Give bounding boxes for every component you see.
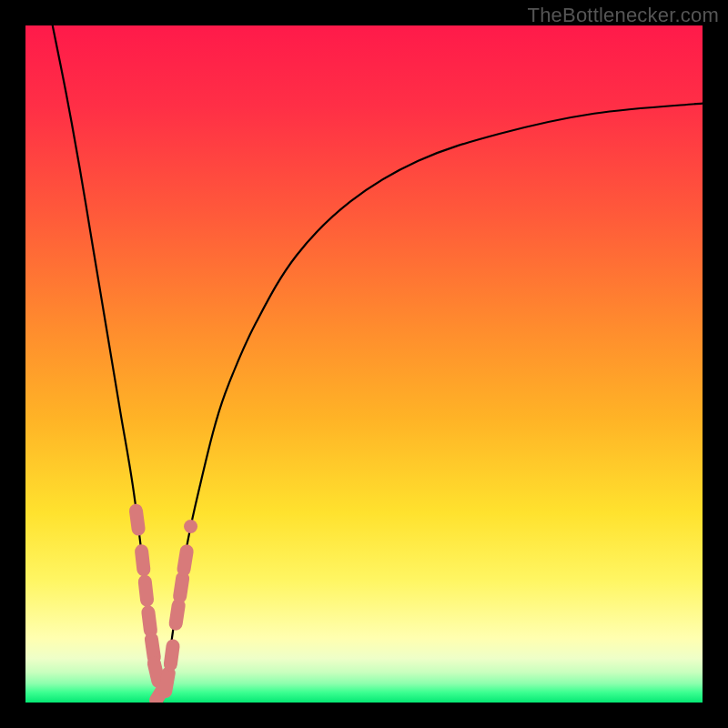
marker-segment [154, 663, 158, 681]
watermark-text: TheBottlenecker.com [528, 4, 719, 27]
marker-segment [136, 511, 138, 529]
plot-area [25, 25, 703, 703]
marker-segment [180, 579, 183, 597]
highlighted-points [136, 511, 190, 700]
marker-segment [145, 581, 147, 600]
marker-segment [170, 646, 173, 664]
marker-segment [142, 551, 144, 570]
marker-segment [176, 605, 178, 623]
marker-segment [148, 612, 150, 631]
marker-segment [166, 673, 168, 692]
marker-segment [151, 640, 154, 658]
marker-segment [184, 551, 187, 570]
curve-layer [25, 25, 703, 703]
chart-frame: TheBottlenecker.com [0, 0, 728, 728]
